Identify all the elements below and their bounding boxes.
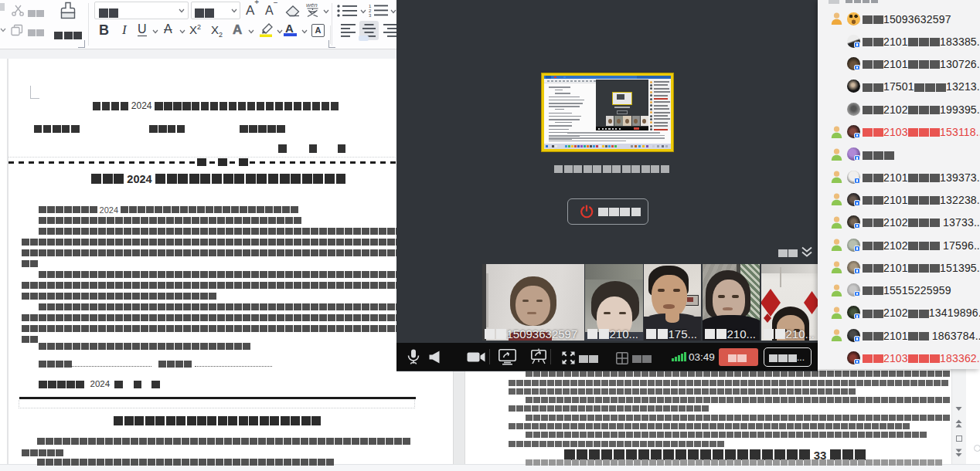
svg-text:3: 3 [369,13,372,17]
